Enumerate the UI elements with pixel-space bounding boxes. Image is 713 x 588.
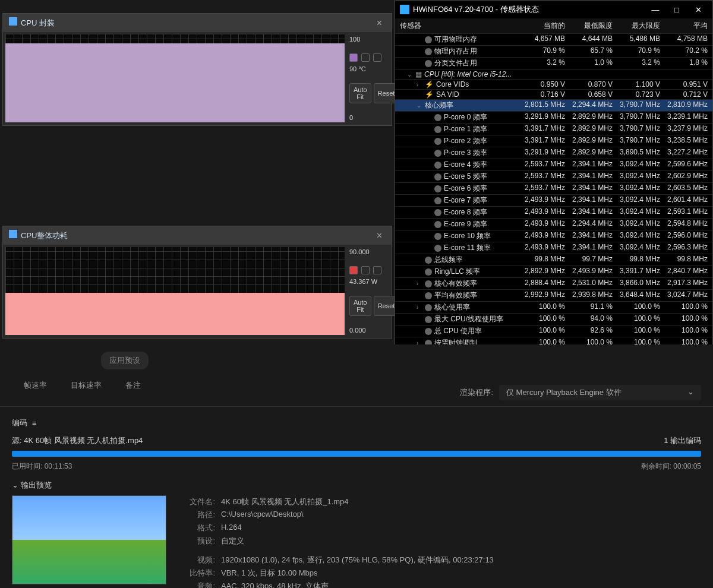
window-title: HWiNFO64 v7.20-4700 - 传感器状态 (413, 4, 539, 15)
sensor-row[interactable]: ›⚡ Core VIDs0.950 V0.870 V1.100 V0.951 V (395, 80, 712, 90)
meta-bitrate: VBR, 1 次, 目标 10.00 Mbps (221, 568, 318, 578)
sensor-row[interactable]: 总线频率99.8 MHz99.7 MHz99.8 MHz99.8 MHz (395, 254, 712, 266)
col-max[interactable]: 最大限度 (617, 21, 665, 31)
graph2-title: CPU整体功耗 (21, 231, 68, 240)
sensor-row[interactable]: 总 CPU 使用率100.0 %92.6 %100.0 %100.0 % (395, 325, 712, 337)
sensor-row[interactable]: P-core 1 频率3,391.7 MHz2,892.9 MHz3,790.7… (395, 124, 712, 135)
sensor-row[interactable]: 可用物理内存4,657 MB4,644 MB5,486 MB4,758 MB (395, 34, 712, 46)
sensor-row[interactable]: 分页文件占用3.2 %1.0 %3.2 %1.8 % (395, 58, 712, 69)
meta-preset: 自定义 (221, 536, 244, 546)
graph1-min: 0 (349, 114, 389, 121)
apply-preset-button[interactable]: 应用预设 (101, 352, 149, 369)
swatch-icon[interactable] (373, 266, 381, 274)
sensor-row[interactable]: E-core 7 频率2,493.9 MHz2,394.1 MHz3,092.4… (395, 195, 712, 207)
sensor-row[interactable]: E-core 4 频率2,593.7 MHz2,394.1 MHz3,092.4… (395, 159, 712, 171)
sensor-row[interactable]: ⌄ 核心频率2,801.5 MHz2,294.4 MHz3,790.7 MHz2… (395, 100, 712, 112)
sensor-row[interactable]: E-core 8 频率2,493.9 MHz2,394.1 MHz3,092.4… (395, 207, 712, 219)
source-file: 4K 60帧 风景视频 无人机拍摄.mp4 (24, 436, 143, 445)
menu-icon[interactable]: ≡ (32, 419, 37, 428)
meta-path: C:\Users\cpcw\Desktop\ (221, 510, 304, 520)
output-count: 1 输出编码 (664, 435, 701, 446)
sensor-row[interactable]: E-core 9 频率2,493.9 MHz2,294.4 MHz3,092.4… (395, 219, 712, 230)
swatch-icon[interactable] (373, 53, 381, 62)
graph2-max: 90.000 (349, 248, 389, 255)
sensor-row[interactable]: P-core 2 频率3,391.7 MHz2,892.9 MHz3,790.7… (395, 135, 712, 147)
col-min[interactable]: 最低限度 (570, 21, 617, 31)
sensor-row[interactable]: E-core 11 频率2,493.9 MHz2,394.1 MHz3,092.… (395, 242, 712, 254)
hwinfo-window: HWiNFO64 v7.20-4700 - 传感器状态 — □ ✕ 传感器 当前… (395, 0, 713, 392)
sensor-row[interactable]: P-core 0 频率3,291.9 MHz2,892.9 MHz3,790.7… (395, 112, 712, 124)
progress-bar (12, 451, 701, 457)
graph1-mid: 90 °C (349, 65, 389, 72)
sensor-row[interactable]: 最大 CPU/线程使用率100.0 %94.0 %100.0 %100.0 % (395, 314, 712, 325)
sensor-row[interactable]: E-core 5 频率2,593.7 MHz2,394.1 MHz3,092.4… (395, 171, 712, 183)
render-select[interactable]: 仅 Mercury Playback Engine 软件 ⌄ (499, 385, 701, 400)
graph1-max: 100 (349, 36, 389, 43)
cpu-power-graph: CPU整体功耗 × 90.000 43.367 W Auto Fit Reset… (2, 226, 392, 339)
meta-filename: 4K 60帧 风景视频 无人机拍摄_1.mp4 (221, 497, 349, 507)
render-label: 渲染程序: (460, 387, 493, 398)
autofit-button[interactable]: Auto Fit (349, 83, 371, 103)
sensor-row[interactable]: E-core 10 频率2,493.9 MHz2,394.1 MHz3,092.… (395, 230, 712, 242)
meta-audio: AAC, 320 kbps, 48 kHz, 立体声 (221, 581, 329, 588)
close-icon[interactable]: × (373, 230, 386, 241)
sensor-row[interactable]: › 核心使用率100.0 %91.1 %100.0 %100.0 % (395, 302, 712, 314)
chip-icon (9, 17, 17, 26)
encoding-label: 编码 (12, 418, 27, 428)
col-avg[interactable]: 平均 (665, 21, 712, 31)
swatch-icon[interactable] (361, 266, 370, 274)
chevron-down-icon: ⌄ (687, 387, 694, 398)
maximize-button[interactable]: □ (667, 5, 686, 14)
meta-video: 1920x1080 (1.0), 24 fps, 逐行, 203 (75% HL… (221, 555, 494, 565)
sensor-row[interactable]: › 核心有效频率2,888.4 MHz2,531.0 MHz3,866.0 MH… (395, 278, 712, 290)
sensor-row[interactable]: 物理内存占用70.9 %65.7 %70.9 %70.2 % (395, 46, 712, 58)
sensor-row[interactable]: E-core 6 频率2,593.7 MHz2,394.1 MHz3,092.4… (395, 183, 712, 195)
cpu-header-row[interactable]: ⌄▦ CPU [#0]: Intel Core i5-12... (395, 69, 712, 80)
chevron-down-icon[interactable]: ⌄ (12, 480, 18, 489)
sensor-row[interactable]: P-core 3 频率3,291.9 MHz2,892.9 MHz3,890.5… (395, 147, 712, 159)
remaining: 00:00:05 (673, 462, 701, 470)
graph1-title: CPU 封装 (21, 18, 55, 27)
encoder-panel: 应用预设 帧速率 目标速率 备注 渲染程序: 仅 Mercury Playbac… (0, 344, 713, 588)
preview-thumbnail (12, 495, 166, 584)
meta-format: H.264 (221, 523, 242, 533)
sensor-row[interactable]: ⚡ SA VID0.716 V0.658 V0.723 V0.712 V (395, 90, 712, 100)
sensor-row[interactable]: Ring/LLC 频率2,892.9 MHz2,493.9 MHz3,391.7… (395, 266, 712, 278)
tab-framerate[interactable]: 帧速率 (24, 380, 47, 391)
autofit-button[interactable]: Auto Fit (349, 296, 371, 316)
chip-icon (9, 230, 17, 238)
app-icon (400, 5, 409, 14)
cpu-package-graph: CPU 封装 × 100 90 °C Auto Fit Reset 0 (2, 13, 392, 126)
col-current[interactable]: 当前的 (522, 21, 570, 31)
tab-notes[interactable]: 备注 (125, 380, 141, 391)
elapsed: 00:11:53 (45, 462, 72, 470)
graph2-canvas (5, 247, 345, 335)
graph1-canvas (5, 34, 345, 122)
col-sensor[interactable]: 传感器 (395, 21, 522, 31)
close-icon[interactable]: × (373, 18, 386, 29)
swatch-icon[interactable] (349, 53, 358, 62)
graph2-mid: 43.367 W (349, 278, 389, 285)
tab-target-rate[interactable]: 目标速率 (71, 380, 102, 391)
swatch-icon[interactable] (361, 53, 370, 62)
close-button[interactable]: ✕ (689, 5, 708, 14)
graph2-min: 0.000 (349, 327, 389, 334)
minimize-button[interactable]: — (646, 5, 665, 14)
swatch-icon[interactable] (349, 266, 358, 274)
sensor-row[interactable]: 平均有效频率2,992.9 MHz2,939.8 MHz3,648.4 MHz3… (395, 290, 712, 302)
